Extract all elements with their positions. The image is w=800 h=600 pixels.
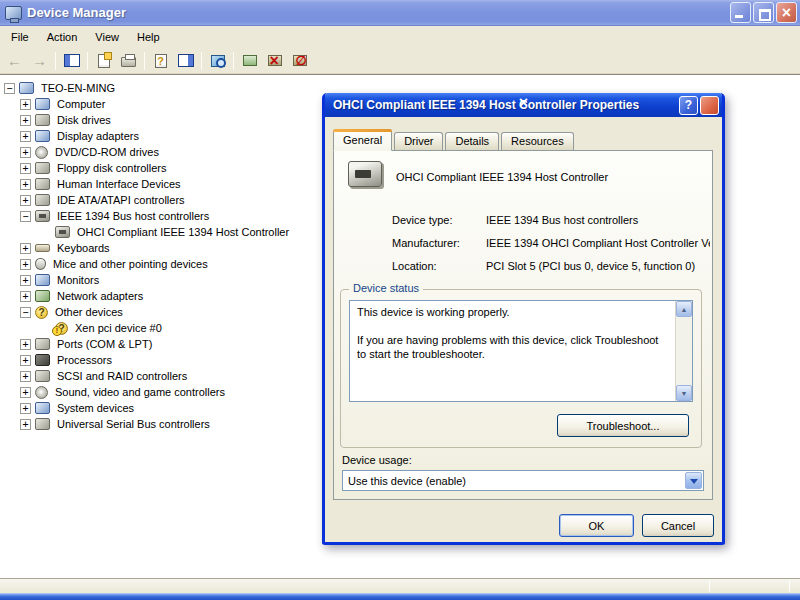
tree-item-label: Xen pci device #0 [73,321,164,335]
taskbar-edge [0,593,800,600]
show-details-pane-button[interactable] [173,50,198,72]
ports-icon [35,338,50,350]
dropdown-arrow-icon[interactable] [685,472,702,489]
display-adapter-icon [35,130,50,142]
tree-item-label: IEEE 1394 Bus host controllers [55,209,211,223]
expand-toggle-icon[interactable]: + [20,259,31,270]
help-icon [155,54,167,68]
unknown-device-warning-icon [55,322,68,335]
toolbar-separator [201,52,202,70]
print-button[interactable] [116,50,141,72]
toolbar [0,48,800,74]
tree-item-label: Sound, video and game controllers [53,385,227,399]
expand-toggle-icon[interactable]: + [20,387,31,398]
expand-toggle-icon[interactable]: + [20,147,31,158]
processor-icon [35,354,50,366]
expand-toggle-icon[interactable]: + [20,339,31,350]
location-label: Location: [392,260,486,272]
system-device-icon [35,402,50,414]
network-adapter-icon [35,290,50,302]
window-title: Device Manager [27,5,728,20]
expand-toggle-icon[interactable]: + [20,179,31,190]
print-icon [121,57,136,67]
device-name: OHCI Compliant IEEE 1394 Host Controller [396,171,706,183]
scan-hardware-button[interactable] [205,50,230,72]
ieee1394-controller-icon [35,210,50,222]
status-bar-divider [709,581,710,592]
sound-controller-icon [35,386,48,399]
ieee1394-device-icon [348,161,382,187]
properties-dialog: OHCI Compliant IEEE 1394 Host Controller… [322,93,725,545]
collapse-toggle-icon[interactable]: − [20,307,31,318]
update-driver-button[interactable] [237,50,262,72]
expand-toggle-icon[interactable]: + [20,195,31,206]
hid-device-icon [35,178,50,190]
show-console-tree-button[interactable] [59,50,84,72]
menu-file[interactable]: File [2,28,38,46]
collapse-toggle-icon[interactable]: − [4,83,15,94]
ide-controller-icon [35,194,50,206]
disable-button[interactable] [287,50,312,72]
troubleshoot-button[interactable]: Troubleshoot... [557,414,689,437]
cancel-button[interactable]: Cancel [642,514,714,537]
expand-toggle-icon[interactable]: + [20,403,31,414]
close-button[interactable] [776,2,797,23]
device-status-textbox[interactable]: This device is working properly. If you … [349,300,693,402]
expand-toggle-icon[interactable]: + [20,275,31,286]
scroll-down-icon[interactable]: ▼ [676,385,692,401]
device-usage-select[interactable]: Use this device (enable) [342,470,704,491]
toolbar-separator [233,52,234,70]
device-type-value: IEEE 1394 Bus host controllers [486,214,638,226]
expand-toggle-icon[interactable]: + [20,99,31,110]
device-type-row: Device type: IEEE 1394 Bus host controll… [392,214,710,226]
tree-item-label: Universal Serial Bus controllers [55,417,212,431]
tree-item-label: Human Interface Devices [55,177,183,191]
tree-item-label: Mice and other pointing devices [51,257,210,271]
minimize-button[interactable] [730,2,751,23]
expand-toggle-icon[interactable]: + [20,163,31,174]
dialog-titlebar: OHCI Compliant IEEE 1394 Host Controller… [325,93,722,117]
window-titlebar: Device Manager [0,0,800,26]
menu-action[interactable]: Action [38,28,87,46]
status-scrollbar[interactable]: ▲ ▼ [675,301,692,401]
scroll-up-icon[interactable]: ▲ [676,301,692,317]
back-button[interactable] [2,50,27,72]
tab-details[interactable]: Details [445,132,499,150]
disk-drive-icon [35,114,50,126]
dialog-body: General Driver Details Resources OHCI Co… [325,117,722,542]
update-driver-icon [243,55,257,66]
restore-button[interactable] [753,2,774,23]
expand-toggle-icon[interactable]: + [20,371,31,382]
disable-icon [293,55,307,66]
show-console-tree-icon [64,54,80,67]
expand-toggle-icon[interactable]: + [20,355,31,366]
forward-icon [32,52,47,69]
menu-view[interactable]: View [86,28,128,46]
device-type-label: Device type: [392,214,486,226]
tree-item-label: System devices [55,401,136,415]
device-status-label: Device status [349,282,423,294]
collapse-toggle-icon[interactable]: − [20,211,31,222]
tree-item-label: Ports (COM & LPT) [55,337,154,351]
properties-button[interactable] [91,50,116,72]
expand-toggle-icon[interactable]: + [20,115,31,126]
help-button[interactable] [148,50,173,72]
tab-driver[interactable]: Driver [394,132,443,150]
show-details-pane-icon [178,54,194,67]
status-message-line: If you are having problems with this dev… [357,333,666,361]
tab-resources[interactable]: Resources [501,132,574,150]
forward-button[interactable] [27,50,52,72]
expand-toggle-icon[interactable]: + [20,419,31,430]
expand-toggle-icon[interactable]: + [20,243,31,254]
tab-general[interactable]: General [333,129,392,151]
location-row: Location: PCI Slot 5 (PCI bus 0, device … [392,260,710,272]
manufacturer-row: Manufacturer: IEEE 1394 OHCI Compliant H… [392,237,710,249]
expand-toggle-icon[interactable]: + [20,131,31,142]
tree-item-label: Floppy disk controllers [55,161,168,175]
expand-toggle-icon[interactable]: + [20,291,31,302]
menu-bar: File Action View Help [0,26,800,48]
dialog-close-button[interactable] [700,96,719,115]
uninstall-button[interactable] [262,50,287,72]
ok-button[interactable]: OK [559,514,634,537]
menu-help[interactable]: Help [128,28,169,46]
